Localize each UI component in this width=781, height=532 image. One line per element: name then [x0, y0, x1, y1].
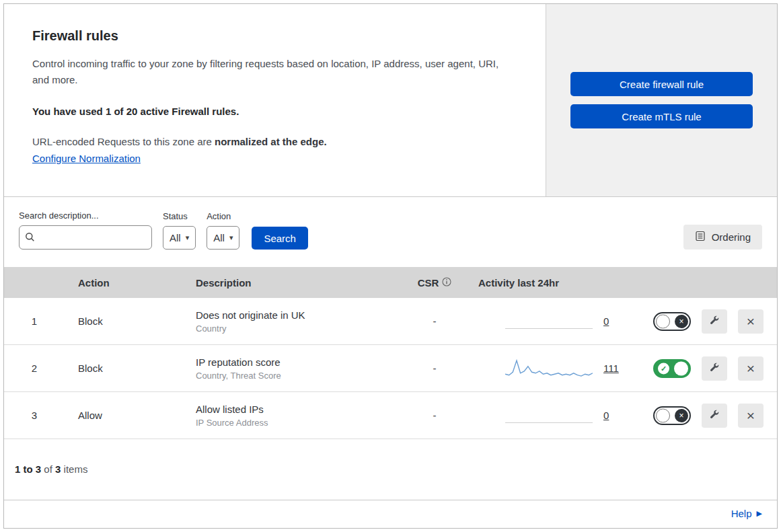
ordering-button[interactable]: Ordering	[683, 225, 762, 250]
toggle-knob	[656, 408, 670, 422]
rule-description-cell[interactable]: Does not originate in UK Country	[182, 309, 398, 334]
help-link[interactable]: Help ▶	[731, 508, 762, 519]
rule-controls: × ×	[640, 404, 777, 428]
activity-count-link[interactable]: 0	[603, 315, 609, 327]
table-header: Action Description CSR Activity last 24h…	[4, 267, 777, 298]
activity-count-link[interactable]: 111	[603, 363, 619, 374]
rule-description: Does not originate in UK	[196, 309, 398, 321]
search-label: Search description...	[19, 211, 152, 221]
edit-rule-button[interactable]	[702, 356, 727, 381]
rule-description: IP reputation score	[196, 356, 398, 368]
normalization-text: URL-encoded Requests to this zone are no…	[32, 136, 517, 147]
configure-normalization-link[interactable]: Configure Normalization	[32, 153, 141, 164]
activity-sparkline	[505, 314, 593, 329]
rule-controls: × ×	[640, 309, 777, 334]
activity-sparkline	[505, 357, 593, 380]
rule-csr-value: -	[398, 315, 472, 327]
table-row: 3 Allow Allow listed IPs IP Source Addre…	[4, 392, 777, 439]
pagination-range: 1 to 3	[15, 463, 41, 475]
chevron-down-icon: ▾	[186, 233, 190, 242]
wrench-icon	[709, 409, 720, 422]
rule-action: Allow	[65, 410, 182, 421]
rule-activity-cell: 111	[472, 357, 640, 380]
action-label: Action	[207, 211, 239, 221]
search-box	[19, 225, 152, 250]
header-action-col: Action	[65, 277, 182, 289]
help-link-label: Help	[731, 508, 752, 519]
pagination-total: 3	[55, 463, 61, 475]
wrench-icon	[709, 362, 720, 375]
rule-priority: 3	[4, 410, 65, 421]
ordering-button-label: Ordering	[712, 231, 751, 243]
rule-criteria: IP Source Address	[196, 418, 398, 428]
search-button[interactable]: Search	[252, 227, 308, 250]
create-firewall-rule-button[interactable]: Create firewall rule	[570, 72, 753, 96]
create-mtls-rule-button[interactable]: Create mTLS rule	[570, 104, 753, 128]
edit-rule-button[interactable]	[702, 404, 727, 428]
action-dropdown-value: All	[213, 232, 225, 243]
activity-sparkline-svg	[505, 357, 593, 380]
rule-priority: 2	[4, 363, 65, 374]
action-dropdown[interactable]: All ▾	[207, 226, 239, 250]
rule-enable-toggle[interactable]: ×	[653, 312, 691, 331]
rule-description: Allow listed IPs	[196, 404, 398, 415]
filter-bar: Search description... Status All ▾ Actio…	[4, 197, 777, 267]
arrow-right-icon: ▶	[757, 509, 762, 518]
rule-criteria: Country, Threat Score	[196, 371, 398, 381]
delete-rule-button[interactable]: ×	[738, 404, 764, 428]
header-csr-col: CSR	[398, 277, 472, 289]
search-icon	[25, 232, 35, 245]
toggle-knob	[674, 361, 688, 375]
page-title: Firewall rules	[32, 28, 517, 44]
toggle-knob	[656, 314, 670, 328]
pagination-summary: 1 to 3 of 3 items	[4, 439, 777, 486]
action-filter-group: Action All ▾	[207, 211, 239, 250]
help-row: Help ▶	[4, 500, 777, 528]
wrench-icon	[709, 315, 720, 328]
page-description: Control incoming traffic to your zone by…	[32, 56, 510, 88]
rule-description-cell[interactable]: IP reputation score Country, Threat Scor…	[182, 356, 398, 381]
header-csr-label: CSR	[418, 277, 439, 289]
normalization-text-bold: normalized at the edge.	[215, 136, 327, 147]
activity-sparkline	[505, 408, 593, 423]
delete-rule-button[interactable]: ×	[738, 309, 764, 334]
header-activity-col: Activity last 24hr	[472, 277, 640, 289]
search-input[interactable]	[19, 225, 152, 250]
delete-rule-button[interactable]: ×	[738, 356, 764, 381]
rule-enable-toggle[interactable]: ✓	[653, 359, 691, 378]
chevron-down-icon: ▾	[229, 233, 233, 242]
status-dropdown[interactable]: All ▾	[163, 226, 196, 250]
table-row: 2 Block IP reputation score Country, Thr…	[4, 345, 777, 392]
status-dropdown-value: All	[170, 232, 181, 243]
activity-count-link[interactable]: 0	[603, 410, 609, 421]
toggle-state-icon: ×	[675, 315, 688, 328]
rule-controls: ✓ ×	[640, 356, 777, 381]
list-icon	[695, 231, 706, 243]
toggle-state-icon: ×	[675, 409, 688, 422]
firewall-rules-card: Firewall rules Control incoming traffic …	[3, 3, 778, 529]
pagination-items: items	[64, 463, 88, 475]
rule-csr-value: -	[398, 410, 472, 421]
rule-csr-value: -	[398, 363, 472, 374]
info-icon[interactable]	[442, 277, 451, 289]
rule-criteria: Country	[196, 324, 398, 334]
toggle-state-icon: ✓	[658, 363, 669, 374]
rule-enable-toggle[interactable]: ×	[653, 406, 691, 425]
normalization-text-plain: URL-encoded Requests to this zone are	[32, 136, 215, 147]
search-group: Search description...	[19, 211, 152, 250]
header-description-col: Description	[182, 277, 398, 289]
close-icon: ×	[747, 314, 755, 328]
rule-description-cell[interactable]: Allow listed IPs IP Source Address	[182, 404, 398, 428]
status-filter-group: Status All ▾	[163, 211, 196, 250]
table-row: 1 Block Does not originate in UK Country…	[4, 298, 777, 345]
edit-rule-button[interactable]	[702, 309, 727, 334]
rule-action: Block	[65, 315, 182, 327]
close-icon: ×	[747, 361, 755, 375]
header-actions-panel: Create firewall rule Create mTLS rule	[546, 4, 777, 196]
usage-summary: You have used 1 of 20 active Firewall ru…	[32, 106, 517, 117]
rule-priority: 1	[4, 315, 65, 327]
rule-action: Block	[65, 363, 182, 374]
header-text-block: Firewall rules Control incoming traffic …	[4, 4, 546, 196]
pagination-of: of	[44, 463, 52, 475]
header-section: Firewall rules Control incoming traffic …	[4, 4, 777, 197]
